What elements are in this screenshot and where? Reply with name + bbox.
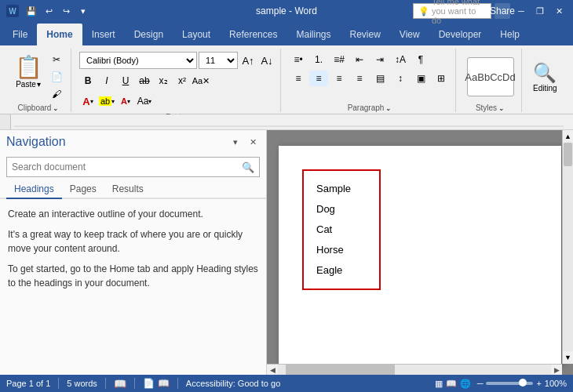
- tab-file[interactable]: File: [3, 24, 37, 45]
- tab-insert[interactable]: Insert: [82, 24, 125, 45]
- format-painter-button[interactable]: 🖌: [47, 86, 66, 102]
- search-icon[interactable]: 🔍: [242, 162, 254, 173]
- cut-button[interactable]: ✂: [47, 52, 66, 67]
- web-layout-button[interactable]: 🌐: [460, 379, 471, 389]
- page-view-icon[interactable]: 📄: [143, 378, 155, 389]
- accessibility-status: Accessibility: Good to go: [186, 379, 280, 388]
- bold-button[interactable]: B: [79, 72, 97, 89]
- font-color2-button[interactable]: A ▾: [117, 93, 134, 110]
- align-center-button[interactable]: ≡: [309, 71, 328, 86]
- font-group: Calibri (Body) 11 A↑ A↓ B I U ab x₂ x² A…: [75, 49, 281, 112]
- font-family-select[interactable]: Calibri (Body): [79, 52, 197, 69]
- copy-button[interactable]: 📄: [47, 69, 66, 85]
- save-button[interactable]: 💾: [24, 3, 39, 19]
- nav-close-button[interactable]: ✕: [246, 135, 260, 149]
- change-case-button[interactable]: Aa▾: [136, 93, 153, 110]
- align-right-button[interactable]: ≡: [330, 71, 349, 86]
- bullets-button[interactable]: ≡•: [289, 52, 308, 67]
- tab-help[interactable]: Help: [491, 24, 529, 45]
- tab-mailings[interactable]: Mailings: [286, 24, 340, 45]
- tab-layout[interactable]: Layout: [173, 24, 220, 45]
- paste-button[interactable]: 📋 Paste ▾: [11, 52, 46, 102]
- borders-button[interactable]: ⊞: [432, 71, 451, 86]
- clipboard-expand-icon[interactable]: ⌄: [53, 104, 59, 112]
- font-grow-button[interactable]: A↑: [239, 52, 257, 69]
- zoom-out-button[interactable]: ─: [477, 379, 484, 388]
- redo-button[interactable]: ↪: [58, 3, 74, 19]
- tab-developer[interactable]: Developer: [429, 24, 491, 45]
- tab-review[interactable]: Review: [340, 24, 389, 45]
- tab-results[interactable]: Results: [104, 180, 151, 199]
- share-button[interactable]: Share: [495, 3, 510, 19]
- horizontal-scrollbar[interactable]: ◀ ▶: [267, 364, 562, 375]
- restore-button[interactable]: ❐: [532, 3, 548, 19]
- customize-button[interactable]: ▾: [75, 3, 91, 19]
- styles-expand-icon[interactable]: ⌄: [498, 104, 505, 112]
- columns-button[interactable]: ▤: [370, 71, 389, 86]
- superscript-button[interactable]: x²: [173, 72, 191, 89]
- font-color-button[interactable]: A ▾: [79, 93, 97, 110]
- scroll-down-button[interactable]: ▼: [563, 351, 573, 364]
- scroll-right-button[interactable]: ▶: [551, 365, 562, 376]
- subscript-button[interactable]: x₂: [155, 72, 172, 89]
- scroll-track-horizontal: [278, 365, 551, 376]
- zoom-slider[interactable]: [486, 382, 533, 385]
- clear-format-button[interactable]: Aa✕: [192, 72, 210, 89]
- scroll-left-button[interactable]: ◀: [267, 365, 278, 376]
- align-left-button[interactable]: ≡: [289, 71, 308, 86]
- increase-indent-button[interactable]: ⇥: [370, 52, 389, 67]
- tab-design[interactable]: Design: [125, 24, 173, 45]
- read-mode-button[interactable]: 📖: [446, 379, 457, 389]
- numbering-button[interactable]: 1.: [309, 52, 328, 67]
- tab-view[interactable]: View: [390, 24, 429, 45]
- editing-group-bottom: .: [530, 103, 560, 112]
- strikethrough-button[interactable]: ab: [136, 72, 153, 89]
- word-horse: Horse: [316, 240, 367, 260]
- font-shrink-button[interactable]: A↓: [258, 52, 276, 69]
- underline-button[interactable]: U: [117, 72, 134, 89]
- undo-button[interactable]: ↩: [41, 3, 57, 19]
- multilevel-button[interactable]: ≡#: [330, 52, 349, 67]
- clipboard-group: 📋 Paste ▾ ✂ 📄 🖌 Clipboard ⌄: [6, 49, 71, 112]
- editing-button[interactable]: 🔍 Editing: [530, 60, 560, 95]
- ruler-corner[interactable]: [0, 114, 11, 129]
- paragraph-expand-icon[interactable]: ⌄: [385, 104, 392, 112]
- scroll-thumb-vertical[interactable]: [564, 143, 572, 166]
- nav-controls: ▾ ✕: [228, 135, 260, 149]
- minimize-button[interactable]: ─: [513, 3, 529, 19]
- tell-me-box[interactable]: 💡 Tell me what you want to do: [413, 3, 491, 19]
- navigation-panel: Navigation ▾ ✕ 🔍 Headings Pages Results …: [0, 130, 267, 375]
- shading-button[interactable]: ▣: [411, 71, 430, 86]
- tab-home[interactable]: Home: [37, 24, 82, 45]
- sort-button[interactable]: ↕A: [391, 52, 410, 67]
- close-button[interactable]: ✕: [551, 3, 567, 19]
- tab-pages[interactable]: Pages: [62, 180, 104, 199]
- scroll-thumb-horizontal[interactable]: [286, 365, 395, 376]
- tab-headings[interactable]: Headings: [6, 180, 62, 199]
- zoom-level[interactable]: 100%: [545, 379, 567, 388]
- styles-button[interactable]: AaBbCcDd: [467, 57, 514, 96]
- read-view-icon[interactable]: 📖: [158, 378, 170, 389]
- zoom-in-button[interactable]: +: [536, 379, 541, 388]
- zoom-slider-thumb: [519, 379, 527, 387]
- title-bar-right: 💡 Tell me what you want to do Share ─ ❐ …: [413, 3, 567, 19]
- show-marks-button[interactable]: ¶: [411, 52, 430, 67]
- search-input[interactable]: [12, 162, 239, 172]
- scroll-up-button[interactable]: ▲: [563, 130, 573, 143]
- font-size-select[interactable]: 11: [199, 52, 238, 69]
- decrease-indent-button[interactable]: ⇤: [350, 52, 369, 67]
- italic-button[interactable]: I: [98, 72, 115, 89]
- vertical-scrollbar[interactable]: ▲ ▼: [562, 130, 573, 364]
- tab-references[interactable]: References: [220, 24, 286, 45]
- nav-collapse-button[interactable]: ▾: [228, 135, 243, 149]
- font-row3: A ▾ ab ▾ A ▾ Aa▾: [79, 93, 153, 110]
- document-scroll-area[interactable]: Sample Dog Cat Horse Eagle: [267, 130, 573, 375]
- highlight-button[interactable]: ab ▾: [98, 93, 115, 110]
- justify-button[interactable]: ≡: [350, 71, 369, 86]
- print-layout-button[interactable]: ▦: [435, 379, 443, 389]
- page-info: Page 1 of 1: [6, 379, 50, 388]
- font-row2: B I U ab x₂ x² Aa✕: [79, 72, 210, 89]
- ruler-body: [11, 114, 573, 129]
- ribbon-tab-bar: File Home Insert Design Layout Reference…: [0, 22, 573, 45]
- line-spacing-button[interactable]: ↕: [391, 71, 410, 86]
